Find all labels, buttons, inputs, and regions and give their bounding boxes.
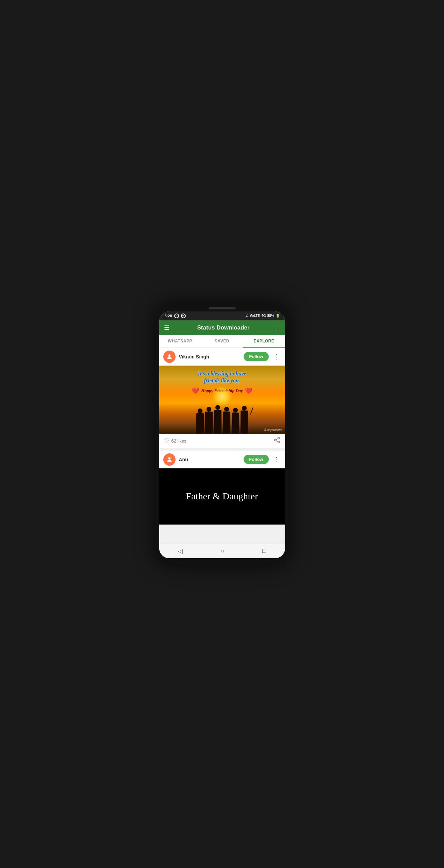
phone-notch xyxy=(209,307,236,309)
avatar-anu xyxy=(163,453,176,466)
status-bar: 5:28 P ✉ ⊙ VoLTE 4G 88% 🔋 xyxy=(159,311,285,320)
time: 5:28 xyxy=(165,314,172,318)
recents-button[interactable]: □ xyxy=(262,547,266,554)
post-card-2: Anu Follow ⋮ Father & Daughter xyxy=(159,451,285,525)
tabs-bar: WHATSAPP SAVED EXPLORE xyxy=(159,335,285,348)
person-6 xyxy=(241,411,248,434)
battery-text: 88% xyxy=(267,314,274,318)
status-right: ⊙ VoLTE 4G 88% 🔋 xyxy=(246,314,280,318)
user-row-1: Vikram Singh Follow ⋮ xyxy=(159,348,285,366)
person-4 xyxy=(223,412,230,434)
tab-whatsapp[interactable]: WHATSAPP xyxy=(159,335,201,348)
tab-explore[interactable]: EXPLORE xyxy=(243,335,285,348)
heart-right: ❤️ xyxy=(245,387,252,395)
follow-button-anu[interactable]: Follow xyxy=(244,455,268,464)
svg-point-3 xyxy=(278,441,279,443)
content-area: Vikram Singh Follow ⋮ It's a blessing to… xyxy=(159,348,285,544)
likes-row-1: ♡ 62 likes xyxy=(159,434,285,448)
phone-frame: 5:28 P ✉ ⊙ VoLTE 4G 88% 🔋 ☰ Status Downl… xyxy=(156,304,289,564)
wifi-icon: ⊙ xyxy=(246,314,248,318)
tab-saved[interactable]: SAVED xyxy=(201,335,243,348)
sun-glow xyxy=(212,386,232,406)
app-more-icon[interactable]: ⋮ xyxy=(274,324,280,332)
person-3 xyxy=(214,410,221,434)
svg-point-6 xyxy=(168,457,170,460)
blessing-text: It's a blessing to have friends like you… xyxy=(194,370,249,385)
username-anu: Anu xyxy=(179,457,241,462)
back-button[interactable]: ◁ xyxy=(178,547,183,555)
share-icon-1[interactable] xyxy=(274,437,280,445)
likes-left: ♡ 62 likes xyxy=(164,437,186,445)
silhouette-group xyxy=(196,410,248,434)
person-1 xyxy=(196,413,204,434)
svg-point-2 xyxy=(274,439,276,441)
svg-point-0 xyxy=(168,354,170,357)
follow-button-vikram[interactable]: Follow xyxy=(244,352,268,361)
status-icon-1: P xyxy=(174,314,179,318)
svg-line-5 xyxy=(276,438,278,439)
person-5 xyxy=(232,413,239,434)
app-bar: ☰ Status Downloader ⋮ xyxy=(159,320,285,335)
home-button[interactable]: ○ xyxy=(221,547,225,554)
bottom-nav: ◁ ○ □ xyxy=(159,544,285,558)
network-icon: 4G xyxy=(261,314,266,318)
post-image-2: Father & Daughter xyxy=(159,468,285,525)
status-left: 5:28 P ✉ xyxy=(165,314,186,318)
user-row-2: Anu Follow ⋮ xyxy=(159,451,285,468)
watermark: @inspirations xyxy=(264,428,282,432)
heart-left: ❤️ xyxy=(192,387,199,395)
username-vikram: Vikram Singh xyxy=(179,354,241,359)
post-card-1: Vikram Singh Follow ⋮ It's a blessing to… xyxy=(159,348,285,448)
signal-text: VoLTE xyxy=(250,314,260,318)
person-2 xyxy=(205,412,213,434)
like-icon[interactable]: ♡ xyxy=(164,437,169,445)
father-daughter-text: Father & Daughter xyxy=(186,491,258,502)
app-title: Status Downloader xyxy=(174,324,274,331)
status-icon-2: ✉ xyxy=(181,314,186,318)
phone-screen: 5:28 P ✉ ⊙ VoLTE 4G 88% 🔋 ☰ Status Downl… xyxy=(159,311,285,558)
avatar-vikram xyxy=(163,351,176,363)
battery-icon: 🔋 xyxy=(276,314,280,318)
post-more-icon-2[interactable]: ⋮ xyxy=(272,456,281,463)
hamburger-icon[interactable]: ☰ xyxy=(164,324,169,332)
post-more-icon-1[interactable]: ⋮ xyxy=(272,353,281,360)
likes-count: 62 likes xyxy=(171,438,186,444)
post-image-1: It's a blessing to have friends like you… xyxy=(159,366,285,434)
svg-line-4 xyxy=(276,440,278,441)
svg-point-1 xyxy=(278,437,279,439)
